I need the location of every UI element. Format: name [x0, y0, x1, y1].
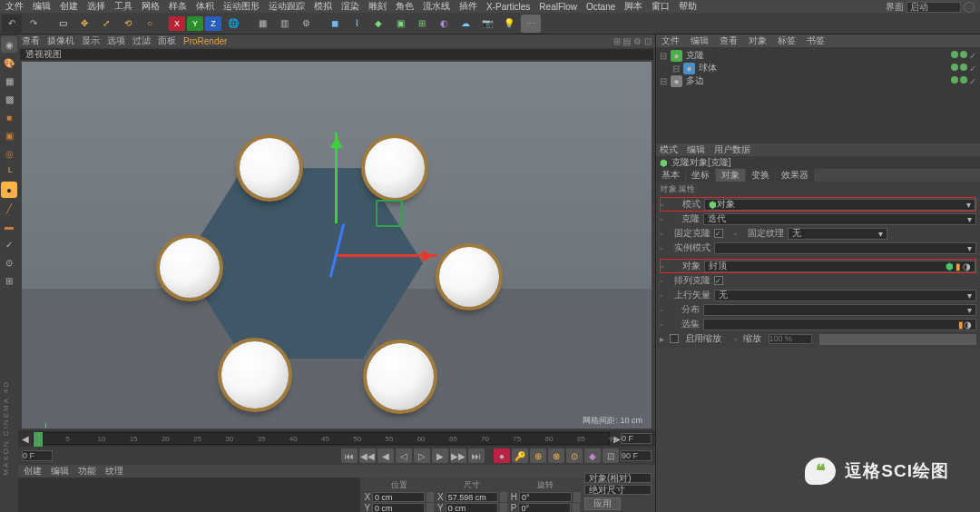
- grid-snap-icon[interactable]: ⊞: [1, 272, 17, 289]
- vmenu-过滤[interactable]: 过滤: [132, 34, 151, 47]
- nurbs-primitive[interactable]: ◆: [368, 15, 388, 33]
- menu-窗口[interactable]: 窗口: [652, 0, 670, 13]
- select-tool[interactable]: ▭: [53, 15, 73, 33]
- bottab-功能[interactable]: 功能: [78, 465, 96, 478]
- omtab-查看[interactable]: 查看: [720, 34, 738, 47]
- distribution-dropdown[interactable]: ▾: [703, 304, 976, 316]
- layout-dropdown[interactable]: 启动: [906, 2, 961, 13]
- enable-scale-checkbox[interactable]: [670, 334, 679, 343]
- gizmo-plane[interactable]: [376, 200, 403, 227]
- upvector-dropdown[interactable]: 无▾: [714, 290, 976, 301]
- help-icon[interactable]: [964, 2, 975, 13]
- cube-primitive[interactable]: ◼: [325, 15, 345, 33]
- world-toggle[interactable]: 🌐: [223, 15, 243, 33]
- menu-选择[interactable]: 选择: [87, 0, 105, 13]
- redo-button[interactable]: ↷: [24, 15, 44, 33]
- rot-h-field[interactable]: [519, 492, 572, 502]
- omtab-书签[interactable]: 书签: [807, 34, 825, 47]
- menu-渲染[interactable]: 渲染: [341, 0, 359, 13]
- prev-key-button[interactable]: ◀◀: [359, 448, 376, 463]
- vmenu-查看[interactable]: 查看: [22, 34, 40, 47]
- axis-icon[interactable]: └: [1, 163, 17, 180]
- material-area[interactable]: [18, 478, 360, 512]
- timeline-track[interactable]: 051015202530354045505560657075808590: [33, 432, 610, 445]
- poly-mode-icon[interactable]: ▬: [1, 218, 17, 234]
- hierarchy-item[interactable]: ⊟●多边✓: [660, 74, 976, 87]
- apply-button[interactable]: 应用: [584, 497, 621, 510]
- menu-体积[interactable]: 体积: [196, 0, 214, 13]
- vmenu-面板[interactable]: 面板: [158, 34, 176, 47]
- size-x-field[interactable]: [446, 492, 498, 502]
- menu-编辑[interactable]: 编辑: [33, 0, 51, 13]
- lasso-tool[interactable]: ○: [140, 15, 160, 33]
- snap-icon[interactable]: ⊙: [1, 254, 17, 271]
- omtab-标签[interactable]: 标签: [778, 34, 796, 47]
- render-view-button[interactable]: ▦: [252, 15, 272, 33]
- vmenu-显示[interactable]: 显示: [82, 34, 100, 47]
- scale-tool[interactable]: ⤢: [96, 15, 116, 33]
- key-param-button[interactable]: ◆: [584, 448, 601, 463]
- enable-icon[interactable]: ✓: [1, 236, 17, 252]
- light-primitive[interactable]: 💡: [499, 15, 519, 33]
- menu-创建[interactable]: 创建: [60, 0, 78, 13]
- goto-start-button[interactable]: ⏮: [341, 448, 358, 463]
- attrtab-效果器[interactable]: 效果器: [776, 169, 814, 182]
- model-mode-icon[interactable]: ◉: [1, 36, 17, 53]
- menu-网格[interactable]: 网格: [142, 0, 160, 13]
- point-mode-icon[interactable]: ●: [1, 182, 17, 198]
- axis-x-toggle[interactable]: X: [169, 16, 185, 31]
- axis-y-toggle[interactable]: Y: [187, 16, 203, 31]
- menu-工具[interactable]: 工具: [114, 0, 132, 13]
- timeline[interactable]: ◀ 051015202530354045505560657075808590 ▶: [18, 430, 655, 447]
- pos-x-field[interactable]: [372, 492, 425, 502]
- record-button[interactable]: ●: [494, 448, 510, 463]
- amtab-模式[interactable]: 模式: [660, 143, 678, 156]
- amtab-编辑[interactable]: 编辑: [687, 143, 705, 156]
- key-pos-button[interactable]: ⊕: [530, 448, 546, 463]
- vmenu-摄像机[interactable]: 摄像机: [47, 34, 74, 47]
- goto-end-button[interactable]: ⏭: [468, 448, 485, 463]
- menu-RealFlow[interactable]: RealFlow: [539, 2, 577, 12]
- rotate-tool[interactable]: ⟲: [118, 15, 138, 33]
- rot-p-field[interactable]: [518, 503, 571, 512]
- menu-插件[interactable]: 插件: [459, 0, 477, 13]
- coord-mode-dropdown[interactable]: 对象(相对): [584, 473, 652, 483]
- menu-脚本[interactable]: 脚本: [624, 0, 642, 13]
- clone-dropdown[interactable]: 迭代▾: [703, 213, 976, 225]
- prorender-tab[interactable]: ProRender: [183, 36, 227, 46]
- attrtab-对象[interactable]: 对象: [716, 169, 745, 182]
- menu-X-Particles[interactable]: X-Particles: [486, 2, 530, 12]
- checker-icon[interactable]: ▩: [1, 91, 17, 107]
- bottab-编辑[interactable]: 编辑: [51, 465, 69, 478]
- align-checkbox[interactable]: [714, 276, 723, 285]
- size-y-field[interactable]: [446, 503, 498, 512]
- cylinder-icon[interactable]: ◎: [1, 145, 17, 162]
- menu-运动图形[interactable]: 运动图形: [223, 0, 260, 13]
- spline-primitive[interactable]: ⌇: [347, 15, 367, 33]
- omtab-文件[interactable]: 文件: [662, 34, 680, 47]
- box2-icon[interactable]: ▣: [1, 127, 17, 143]
- environment-primitive[interactable]: ☁: [456, 15, 475, 33]
- menu-文件[interactable]: 文件: [5, 0, 24, 13]
- fixclone-checkbox[interactable]: [714, 229, 723, 238]
- pos-y-field[interactable]: [372, 503, 425, 512]
- extra-button[interactable]: ⋯: [521, 15, 541, 33]
- end-frame-field[interactable]: [621, 450, 652, 461]
- attrtab-变换[interactable]: 变换: [746, 169, 775, 182]
- start-frame-field[interactable]: [22, 450, 53, 461]
- next-frame-button[interactable]: ▶: [432, 448, 448, 463]
- menu-运动跟踪[interactable]: 运动跟踪: [269, 0, 305, 13]
- time-field[interactable]: [621, 433, 652, 444]
- axis-z-toggle[interactable]: Z: [205, 16, 221, 31]
- menu-帮助[interactable]: 帮助: [679, 0, 697, 13]
- render-settings-button[interactable]: ⚙: [296, 15, 316, 33]
- move-tool[interactable]: ✥: [74, 15, 94, 33]
- hierarchy-item[interactable]: ⊟●球体✓: [660, 62, 976, 74]
- attrtab-坐标[interactable]: 坐标: [686, 169, 715, 182]
- menu-流水线[interactable]: 流水线: [423, 0, 450, 13]
- size-mode-dropdown[interactable]: 绝对尺寸: [584, 485, 652, 495]
- camera-primitive[interactable]: 📷: [477, 15, 497, 33]
- fixtex-dropdown[interactable]: 无▾: [788, 228, 887, 240]
- gizmo-y-axis[interactable]: [335, 133, 338, 223]
- workplane-icon[interactable]: ▦: [1, 73, 17, 89]
